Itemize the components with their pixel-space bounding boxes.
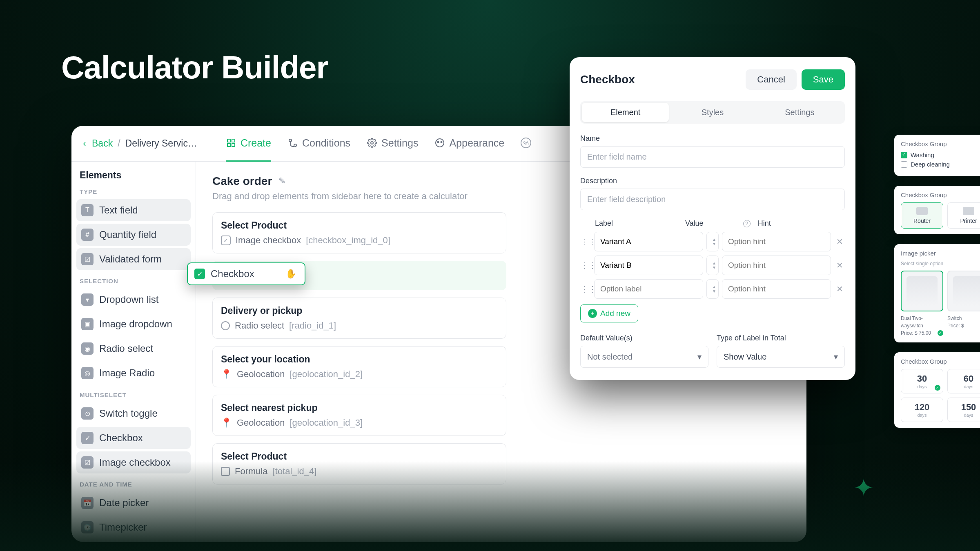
element-checkbox[interactable]: ✓Checkbox (76, 427, 191, 449)
field-type: Formula (235, 466, 268, 477)
palette-icon (434, 138, 445, 148)
element-switch[interactable]: ⊙Switch toggle (76, 402, 191, 424)
option-row: ⋮⋮ ▲▼ ✕ (580, 232, 845, 251)
preview-option: Washing (911, 151, 934, 158)
field-id: [total_id_4] (273, 466, 317, 477)
element-dropdown[interactable]: ▾Dropdown list (76, 289, 191, 311)
element-image-dropdown[interactable]: ▣Image dropdown (76, 313, 191, 335)
option-label-input[interactable] (594, 279, 703, 299)
element-label: Radio select (99, 343, 153, 354)
tab-create[interactable]: Create (226, 126, 271, 162)
interval-option: 30days✓ (901, 369, 943, 393)
check-icon: ✓ (938, 330, 943, 336)
drag-handle-icon[interactable]: ⋮⋮ (580, 284, 591, 294)
sparkle-icon: ✦ (853, 473, 874, 502)
tab-settings[interactable]: Settings (367, 126, 418, 162)
element-image-radio[interactable]: ◎Image Radio (76, 362, 191, 384)
pin-icon: 📍 (221, 369, 232, 380)
element-label: Image checkbox (99, 457, 171, 468)
default-label: Default Value(s) (580, 334, 708, 342)
section-type: TYPE (80, 188, 191, 195)
toggle-icon: ⊙ (81, 407, 94, 420)
field-select-product[interactable]: Select Product ✓ Image checkbox [checkbo… (212, 212, 506, 253)
preview-checkbox-group-1: Checkbox Group Washing Deep cleaning (894, 135, 980, 176)
element-validated[interactable]: ☑Validated form (76, 248, 191, 270)
element-quantity[interactable]: #Quantity field (76, 224, 191, 246)
panel-tab-styles[interactable]: Styles (669, 103, 756, 122)
percent-icon: % (521, 138, 531, 148)
field-nearest-pickup[interactable]: Select nearest pickup 📍 Geolocation [geo… (212, 395, 506, 436)
preview-subtitle: Select single option (901, 261, 980, 267)
total-type-label: Type of Label in Total (717, 334, 845, 342)
field-title: Delivery or pickup (221, 305, 498, 316)
stepper-icon[interactable]: ▲▼ (712, 284, 716, 293)
add-option-button[interactable]: +Add new (580, 304, 638, 322)
option-row: ⋮⋮ ▲▼ ✕ (580, 256, 845, 275)
tab-appearance-label: Appearance (449, 137, 504, 149)
section-selection: SELECTION (80, 278, 191, 284)
option-label-input[interactable] (594, 256, 703, 275)
field-title: Select your location (221, 354, 498, 365)
back-button[interactable]: ‹ Back / Delivery Servic… (80, 138, 197, 149)
checkbox-icon: ✓ (194, 269, 205, 279)
svg-point-6 (371, 142, 373, 144)
elements-sidebar: Elements TYPE TText field #Quantity fiel… (71, 162, 196, 542)
total-type-select[interactable]: Show Value▾ (717, 346, 845, 368)
stepper-icon[interactable]: ▲▼ (712, 261, 716, 270)
save-button[interactable]: Save (802, 69, 845, 90)
preview-option-router: Router (901, 202, 943, 229)
gear-icon (367, 138, 377, 148)
option-hint-input[interactable] (722, 256, 831, 275)
product-name: Dual Two-wayswitch (901, 315, 943, 329)
chevron-left-icon: ‹ (80, 140, 89, 148)
breadcrumb-current: Delivery Servic… (125, 138, 197, 149)
drag-handle-icon[interactable]: ⋮⋮ (580, 260, 591, 270)
image-dropdown-icon: ▣ (81, 318, 94, 330)
panel-tab-settings[interactable]: Settings (756, 103, 843, 122)
name-label: Name (580, 134, 845, 143)
tab-conditions[interactable]: Conditions (287, 126, 350, 162)
tab-create-label: Create (241, 137, 271, 149)
panel-tabs: Element Styles Settings (580, 101, 845, 124)
panel-title: Checkbox (580, 73, 635, 86)
col-label: Label (595, 219, 681, 228)
info-icon[interactable]: ? (743, 220, 751, 227)
element-datepicker[interactable]: 📅Date picker (76, 492, 191, 514)
option-row: ⋮⋮ ▲▼ ✕ (580, 279, 845, 299)
cancel-button[interactable]: Cancel (746, 69, 796, 90)
name-input[interactable] (580, 146, 845, 168)
edit-icon[interactable]: ✎ (278, 176, 286, 187)
default-select[interactable]: Not selected▾ (580, 346, 708, 368)
remove-option-button[interactable]: ✕ (834, 282, 845, 295)
preview-title: Checkbox Group (901, 140, 980, 147)
tab-settings-label: Settings (381, 137, 418, 149)
checkbox-icon: ✓ (81, 432, 94, 444)
desc-input[interactable] (580, 189, 845, 210)
field-delivery[interactable]: Delivery or pickup Radio select [radio_i… (212, 298, 506, 339)
drag-ghost: ✓ Checkbox ✋ (187, 262, 305, 285)
field-location[interactable]: Select your location 📍 Geolocation [geol… (212, 346, 506, 387)
element-image-checkbox[interactable]: ☑Image checkbox (76, 451, 191, 473)
remove-option-button[interactable]: ✕ (834, 235, 845, 248)
quantity-icon: # (81, 229, 94, 241)
stepper-icon[interactable]: ▲▼ (712, 237, 716, 246)
element-radio[interactable]: ◉Radio select (76, 338, 191, 360)
option-hint-input[interactable] (722, 232, 831, 251)
field-id: [radio_id_1] (289, 320, 336, 331)
element-timepicker[interactable]: 🕑Timepicker (76, 516, 191, 538)
field-formula[interactable]: Select Product Formula [total_id_4] (212, 443, 506, 484)
element-textfield[interactable]: TText field (76, 199, 191, 221)
product-image (901, 271, 943, 311)
field-type: Geolocation (237, 369, 285, 380)
option-hint-input[interactable] (722, 279, 831, 299)
tab-discount[interactable]: % (521, 126, 531, 162)
panel-tab-element[interactable]: Element (582, 103, 669, 122)
option-label-input[interactable] (594, 232, 703, 251)
tab-appearance[interactable]: Appearance (434, 126, 504, 162)
remove-option-button[interactable]: ✕ (834, 259, 845, 272)
chevron-down-icon: ▾ (697, 352, 702, 362)
element-label: Dropdown list (99, 294, 158, 305)
interval-option: 120days (901, 398, 943, 422)
drag-handle-icon[interactable]: ⋮⋮ (580, 237, 591, 247)
svg-point-8 (438, 142, 439, 143)
